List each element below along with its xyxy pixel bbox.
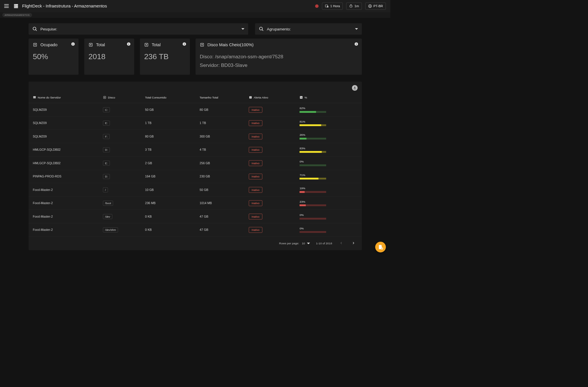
col-disk[interactable]: Disco [108,96,115,99]
storage-table: Nome do Servidor Disco Total Consumido T… [29,92,362,237]
pct-label: 23% [299,200,359,203]
add-document-fab[interactable] [375,242,386,252]
disk-icon [33,42,37,47]
disk-chip: /dev [103,214,112,219]
cell-total: 50 GB [197,183,246,196]
disk-chip: /dev/shm [103,227,118,232]
col-total[interactable]: Tamanho Total [200,96,218,99]
cell-disk: C: [100,103,142,116]
pagination: Rows per page: 10 1-10 of 2018 [29,237,362,250]
disk-icon [144,42,149,47]
table-row[interactable]: Food-Master-2 / 10 GB 50 GB Inativo 19% [29,183,362,196]
refresh-interval-selector[interactable]: 1m [346,2,362,9]
card-total-size: Total i 236 TB [140,38,190,75]
cell-alert: Inativo [246,156,297,170]
col-server[interactable]: Nome do Servidor [38,96,61,99]
cell-disk: F: [100,130,142,143]
alert-chip[interactable]: Inativo [249,160,262,166]
svg-rect-28 [250,98,251,98]
search-input[interactable]: Pesquise: [29,23,248,35]
search-row: Pesquise: Agrupamento: [29,23,362,35]
disk-icon [103,96,107,99]
svg-rect-8 [351,4,351,5]
cell-total: 47 GB [197,223,246,236]
disk-chip: E: [103,121,110,125]
alert-chip[interactable]: Inativo [249,147,262,153]
cell-disk: /dev/shm [100,223,142,236]
breadcrumb-bar: ARMAZENAMENTOS [0,12,390,18]
prev-page-button[interactable] [338,240,344,247]
table-row[interactable]: Food-Master-2 /dev 0 KB 47 GB Inativo 0% [29,210,362,223]
svg-point-21 [202,44,203,45]
cell-consumed: 50 GB [142,103,197,116]
info-icon[interactable]: i [127,42,130,46]
cell-consumed: 10 GB [142,183,197,196]
table-row[interactable]: HMLGCP-SQLDB02 D: 3 TB 4 TB Inativo 83% [29,143,362,156]
chevron-left-icon [339,241,343,245]
svg-rect-6 [327,6,328,7]
svg-point-10 [33,27,36,30]
svg-rect-27 [250,97,251,98]
rows-per-page-select[interactable]: 10 [302,242,310,245]
download-button[interactable] [352,85,358,91]
pct-bar [299,204,326,206]
disk-chip: D: [103,147,110,152]
info-icon[interactable]: i [355,42,358,46]
pct-bar [299,218,326,220]
alert-chip[interactable]: Inativo [249,214,262,219]
svg-text:%: % [300,96,302,98]
table-row[interactable]: HMLGCP-SQLDB02 E: 2 GB 256 GB Inativo 0% [29,156,362,170]
alert-chip[interactable]: Inativo [249,120,262,126]
pct-label: 0% [299,213,359,216]
alert-chip[interactable]: Inativo [249,107,262,113]
col-consumed[interactable]: Total Consumido [145,96,166,99]
table-row[interactable]: PINPAG-PROD-RDS D: 164 GB 230 GB Inativo… [29,170,362,183]
menu-button[interactable] [3,3,10,9]
time-range-selector[interactable]: 1 Hora [322,2,343,9]
cell-server: Food-Master-2 [29,196,100,210]
group-input[interactable]: Agrupamento: [255,23,362,35]
cell-pct: 62% [297,103,362,116]
info-icon[interactable]: i [71,42,75,46]
table-row[interactable]: Food-Master-2 /boot 236 MB 1014 MB Inati… [29,196,362,210]
col-pct[interactable]: % [305,96,307,99]
cell-server: Food-Master-2 [29,223,100,236]
document-add-icon [378,245,383,249]
alert-chip[interactable]: Inativo [249,174,262,179]
cell-alert: Inativo [246,130,297,143]
pct-bar [299,231,326,233]
breadcrumb-chip[interactable]: ARMAZENAMENTOS [2,13,32,17]
disk-chip: D: [103,174,110,179]
pct-label: 62% [299,107,359,110]
cell-pct: 26% [297,130,362,143]
info-icon[interactable]: i [183,42,186,46]
locale-selector[interactable]: PT-BR [365,2,386,9]
chevron-right-icon [351,241,355,245]
cell-consumed: 2 GB [142,156,197,170]
cell-server: SQLMZ09 [29,103,100,116]
cell-pct: 81% [297,116,362,129]
table-row[interactable]: SQLMZ09 F: 80 GB 300 GB Inativo 26% [29,130,362,143]
cell-alert: Inativo [246,196,297,210]
disk-chip: /boot [103,201,113,206]
card-label: Ocupado [40,42,57,47]
download-icon [353,86,357,90]
chevron-down-icon [307,243,310,244]
table-row[interactable]: SQLMZ09 C: 50 GB 80 GB Inativo 62% [29,103,362,116]
col-alert[interactable]: Alerta Ativo [254,96,268,99]
next-page-button[interactable] [350,240,356,247]
alert-chip[interactable]: Inativo [249,200,262,206]
pct-label: 81% [299,120,359,123]
alert-chip[interactable]: Inativo [249,187,262,193]
cell-alert: Inativo [246,183,297,196]
svg-point-25 [104,97,105,98]
disk-icon [200,42,204,47]
alert-chip[interactable]: Inativo [249,227,262,233]
pct-label: 0% [299,160,359,163]
fullest-disk-line: Disco: /snap/amazon-ssm-agent/7528 [200,52,358,61]
table-row[interactable]: Food-Master-2 /dev/shm 0 KB 47 GB Inativ… [29,223,362,236]
refresh-interval-label: 1m [355,4,359,8]
alert-chip[interactable]: Inativo [249,133,262,139]
cell-disk: E: [100,156,142,170]
table-row[interactable]: SQLMZ09 E: 1 TB 1 TB Inativo 81% [29,116,362,129]
